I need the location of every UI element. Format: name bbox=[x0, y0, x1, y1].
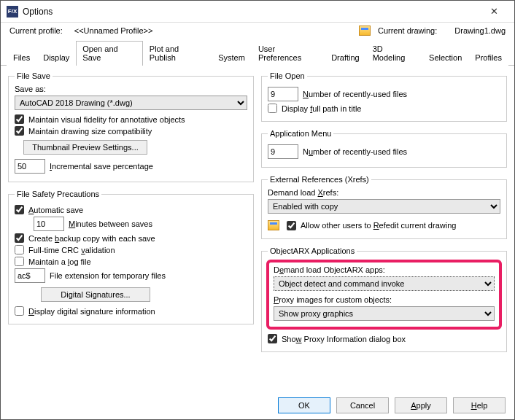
display-digsig-checkbox[interactable] bbox=[15, 306, 24, 316]
demand-load-arx-select[interactable]: Object detect and command invoke bbox=[274, 276, 495, 291]
display-full-path-label: Display full path in title bbox=[282, 104, 361, 113]
digital-signatures-label: Digital Signatures... bbox=[61, 290, 130, 299]
digital-signatures-button[interactable]: Digital Signatures... bbox=[41, 287, 150, 302]
window-title: Options bbox=[23, 7, 53, 17]
minutes-between-saves-input[interactable] bbox=[34, 217, 64, 231]
display-full-path-checkbox[interactable] bbox=[268, 104, 277, 113]
tab-files[interactable]: Files bbox=[7, 50, 36, 66]
group-objectarx: ObjectARX Applications Demand load Objec… bbox=[261, 246, 507, 352]
proxy-images-label: Proxy images for custom objects: bbox=[274, 295, 495, 304]
temp-ext-input[interactable] bbox=[15, 268, 45, 283]
appmenu-recent-input[interactable] bbox=[268, 144, 298, 159]
current-profile-label: Current profile: bbox=[9, 26, 63, 35]
group-file-safety: File Safety Precautions Automatic save M… bbox=[8, 190, 254, 324]
incremental-save-input[interactable] bbox=[15, 159, 45, 174]
show-proxy-info-label: Show Proxy Information dialog box bbox=[282, 335, 406, 343]
temp-ext-label: File extension for temporary files bbox=[50, 271, 166, 280]
display-digsig-label: Display digital signature information bbox=[28, 307, 155, 316]
legend-file-save: File Save bbox=[15, 71, 53, 80]
save-as-select[interactable]: AutoCAD 2018 Drawing (*.dwg) bbox=[15, 96, 247, 110]
group-application-menu: Application Menu Number of recently-used… bbox=[261, 129, 507, 168]
current-profile-name: <<Unnamed Profile>> bbox=[74, 26, 153, 35]
tab-system[interactable]: System bbox=[212, 50, 252, 66]
incremental-save-label: IIncremental save percentagencremental s… bbox=[50, 162, 153, 171]
tab-user-preferences[interactable]: User Preferences bbox=[252, 41, 325, 66]
help-button[interactable]: Help bbox=[453, 397, 506, 413]
legend-xrefs: External References (Xrefs) bbox=[268, 175, 371, 184]
legend-objectarx: ObjectARX Applications bbox=[268, 246, 357, 255]
tab-profiles[interactable]: Profiles bbox=[468, 50, 508, 66]
minutes-between-saves-label: Minutes between saves bbox=[69, 219, 152, 228]
proxy-images-select[interactable]: Show proxy graphics bbox=[274, 306, 495, 321]
tab-open-and-save[interactable]: Open and Save bbox=[76, 41, 142, 66]
demand-load-xrefs-select[interactable]: Enabled with copy bbox=[268, 199, 500, 214]
show-proxy-info-checkbox[interactable] bbox=[268, 334, 277, 343]
appmenu-recent-label: Number of recently-used files bbox=[303, 147, 407, 156]
create-backup-label: Create backup copy with each save bbox=[28, 234, 155, 243]
group-xrefs: External References (Xrefs) Demand load … bbox=[261, 175, 507, 239]
recent-files-input[interactable] bbox=[268, 87, 298, 101]
maintain-size-checkbox[interactable] bbox=[15, 126, 24, 136]
app-icon: F/X bbox=[7, 6, 18, 18]
create-backup-checkbox[interactable] bbox=[15, 233, 24, 243]
tab-selection[interactable]: Selection bbox=[422, 50, 468, 66]
tab-strip: Files Display Open and Save Plot and Pub… bbox=[1, 40, 514, 66]
recent-files-label: Number of recently-used files bbox=[303, 90, 407, 98]
legend-file-open: File Open bbox=[268, 71, 307, 80]
save-as-label: Save as: bbox=[15, 85, 247, 93]
group-file-save: File Save Save as: AutoCAD 2018 Drawing … bbox=[8, 71, 254, 182]
tab-3d-modeling[interactable]: 3D Modeling bbox=[366, 41, 422, 66]
automatic-save-checkbox[interactable] bbox=[15, 205, 24, 214]
drawing-icon bbox=[268, 220, 279, 230]
legend-application-menu: Application Menu bbox=[268, 129, 333, 138]
current-drawing-name: Drawing1.dwg bbox=[454, 26, 506, 35]
log-file-label: Maintain a log file bbox=[28, 257, 91, 266]
demand-load-xrefs-label: Demand load Xrefs: bbox=[268, 188, 500, 197]
tab-drafting[interactable]: Drafting bbox=[325, 50, 366, 66]
crc-checkbox[interactable] bbox=[15, 245, 24, 254]
demand-load-arx-label: Demand load ObjectARX apps: bbox=[274, 265, 495, 274]
cancel-button[interactable]: Cancel bbox=[336, 397, 389, 413]
drawing-icon bbox=[359, 26, 371, 36]
automatic-save-label: Automatic save bbox=[28, 206, 83, 214]
maintain-visual-checkbox[interactable] bbox=[15, 114, 24, 124]
log-file-checkbox[interactable] bbox=[15, 257, 24, 266]
maintain-visual-label: Maintain visual fidelity for annotative … bbox=[28, 115, 185, 124]
thumbnail-preview-label: Thumbnail Preview Settings... bbox=[32, 143, 139, 152]
current-drawing-label: Current drawing: bbox=[378, 26, 437, 35]
tab-plot-publish[interactable]: Plot and Publish bbox=[143, 41, 212, 66]
maintain-size-label: Maintain drawing size compatibility bbox=[28, 127, 152, 136]
legend-file-safety: File Safety Precautions bbox=[15, 190, 101, 198]
crc-label: Full-time CRC validation bbox=[28, 246, 115, 254]
ok-button[interactable]: OK bbox=[278, 397, 330, 413]
close-icon[interactable]: ✕ bbox=[479, 1, 508, 22]
allow-refedit-label: Allow other users to Refedit current dra… bbox=[301, 221, 456, 230]
apply-button[interactable]: Apply bbox=[395, 397, 447, 413]
thumbnail-preview-button[interactable]: Thumbnail Preview Settings... bbox=[23, 140, 147, 155]
group-file-open: File Open Number of recently-used files … bbox=[261, 71, 507, 122]
tab-display[interactable]: Display bbox=[36, 50, 76, 66]
highlight-box: Demand load ObjectARX apps: Object detec… bbox=[266, 260, 502, 330]
allow-refedit-checkbox[interactable] bbox=[287, 221, 296, 230]
